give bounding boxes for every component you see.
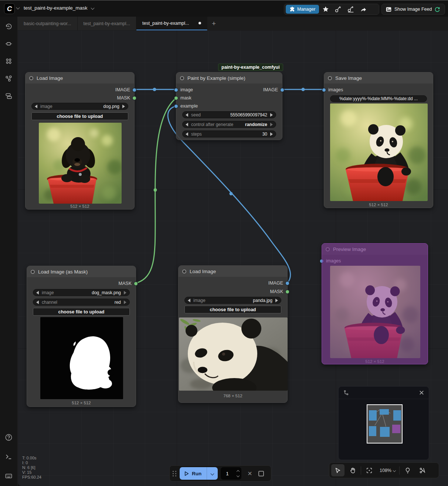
upload-button[interactable]: choose file to upload [33,308,130,316]
prev-value-arrow-icon[interactable] [186,132,188,136]
node-load-image-bottom[interactable]: Load Image IMAGE MASK image panda.jpg ch… [178,265,288,403]
channel-combo-widget[interactable]: channel red [33,299,130,306]
sidebar-workflows-button[interactable] [2,72,16,85]
output-mask[interactable]: MASK [117,95,134,101]
steps-widget[interactable]: steps 30 [182,130,276,137]
minimap-body[interactable] [339,399,429,460]
control-after-generate-widget[interactable]: control after generate randomize [182,121,276,128]
tab-basic-outpainting[interactable]: basic-outpainting-wor... [18,17,78,30]
next-value-arrow-icon[interactable] [275,299,278,302]
refresh-icon[interactable] [434,6,440,12]
node-load-image-top[interactable]: Load Image IMAGE MASK image dog.png choo… [25,72,135,210]
node-header[interactable]: Paint by Example (simple) [176,72,282,84]
input-images[interactable]: images [322,258,341,264]
sidebar-model-library-button[interactable] [2,54,16,68]
close-icon[interactable] [419,390,424,395]
node-header[interactable]: Load Image [179,266,287,277]
prev-value-arrow-icon[interactable] [35,105,37,108]
output-port-dot[interactable] [286,290,289,293]
sidebar-node-library-button[interactable] [2,37,16,50]
output-port-dot[interactable] [286,282,289,285]
image-combo-widget[interactable]: image panda.jpg [184,297,281,304]
prev-value-arrow-icon[interactable] [186,123,188,126]
run-button[interactable]: Run [180,471,207,476]
queue-panel-button[interactable] [258,471,264,476]
fit-view-button[interactable] [363,464,376,476]
node-header[interactable]: Load Image (as Mask) [27,266,136,277]
drag-handle[interactable] [173,471,177,476]
prev-value-arrow-icon[interactable] [36,291,39,295]
next-value-arrow-icon[interactable] [270,113,273,117]
node-header[interactable]: Load Image [26,72,134,84]
workflow-title[interactable]: test_paint-by-example_mask [24,5,91,11]
output-port-dot[interactable] [134,282,138,285]
favorites-button[interactable] [320,5,332,14]
collapse-dot[interactable] [29,76,33,80]
output-port-dot[interactable] [133,88,136,92]
shortcuts-button[interactable] [2,469,16,482]
input-port-dot[interactable] [174,96,178,100]
logo-menu-chevron-icon[interactable] [16,6,20,10]
prev-value-arrow-icon[interactable] [36,300,39,304]
upload-button[interactable]: choose file to upload [184,306,281,313]
node-load-image-as-mask[interactable]: Load Image (as Mask) MASK image dog_mask… [27,266,136,407]
output-port-dot[interactable] [281,88,284,92]
select-tool-button[interactable] [331,464,345,476]
collapse-dot[interactable] [326,247,330,251]
image-combo-widget[interactable]: image dog_mask.png [33,289,130,296]
next-value-arrow-icon[interactable] [124,300,126,304]
node-header[interactable]: Save Image [324,72,433,84]
minimap-graph-icon[interactable] [343,390,349,396]
decrement-count-icon[interactable] [237,474,240,477]
node-save-image[interactable]: Save Image images %date:yyyy%-%date:MM%-… [324,72,433,208]
collapse-dot[interactable] [182,269,186,273]
comfyui-logo[interactable]: C [4,3,15,14]
output-mask[interactable]: MASK [270,288,287,295]
show-image-feed-button[interactable]: Show Image Feed [383,6,442,13]
collapse-dot[interactable] [328,76,332,80]
pan-tool-button[interactable] [346,464,359,476]
zoom-level-dropdown[interactable]: 108% [377,464,398,476]
node-header[interactable]: Preview Image [322,244,428,255]
filename-prefix-widget[interactable]: %date:yyyy%-%date:MM%-%date:dd ... [330,95,427,102]
next-value-arrow-icon[interactable] [124,291,126,295]
upload-button[interactable]: choose file to upload [31,112,128,120]
seed-widget[interactable]: seed 555065990097942 [182,111,276,118]
workflow-tool-icon-2[interactable] [345,5,357,14]
output-port-dot[interactable] [133,96,136,100]
input-port-dot[interactable] [320,259,323,263]
next-value-arrow-icon[interactable] [270,123,273,126]
tab-test-paint-by-example-1[interactable]: test_paint-by-exampl... [78,17,136,30]
tab-test-paint-by-example-2[interactable]: test_paint-by-exampl... [136,17,207,30]
increment-count-icon[interactable] [237,470,240,473]
share-button[interactable] [357,5,369,14]
output-image[interactable]: IMAGE [115,86,134,93]
node-preview-image[interactable]: Preview Image images 512 × 512 [322,243,428,364]
sidebar-templates-button[interactable] [2,89,16,102]
collapse-dot[interactable] [180,76,184,80]
prev-value-arrow-icon[interactable] [186,113,188,117]
input-mask[interactable]: mask [176,95,191,101]
toggle-theme-button[interactable] [401,464,414,476]
node-paint-by-example[interactable]: Paint by Example (simple) image mask exa… [176,72,282,140]
output-image[interactable]: IMAGE [268,280,287,286]
collapse-dot[interactable] [31,270,35,274]
input-port-dot[interactable] [174,105,178,108]
terminal-button[interactable] [2,450,16,463]
minimap-viewport[interactable] [367,404,403,443]
output-image[interactable]: IMAGE [263,86,282,93]
sidebar-history-button[interactable] [2,20,16,33]
image-combo-widget[interactable]: image dog.png [31,103,128,110]
input-port-dot[interactable] [322,88,326,92]
input-image[interactable]: image [176,86,193,93]
clear-queue-button[interactable]: ✕ [244,470,255,477]
workflow-tool-icon-1[interactable] [332,5,344,14]
input-images[interactable]: images [324,86,343,93]
manager-button[interactable]: Manager [286,5,319,14]
input-port-dot[interactable] [174,88,178,92]
help-button[interactable] [2,431,16,444]
input-example[interactable]: example [176,103,198,109]
next-value-arrow-icon[interactable] [270,132,273,136]
output-mask[interactable]: MASK [119,280,136,287]
batch-count-input[interactable]: 1 [221,467,241,480]
